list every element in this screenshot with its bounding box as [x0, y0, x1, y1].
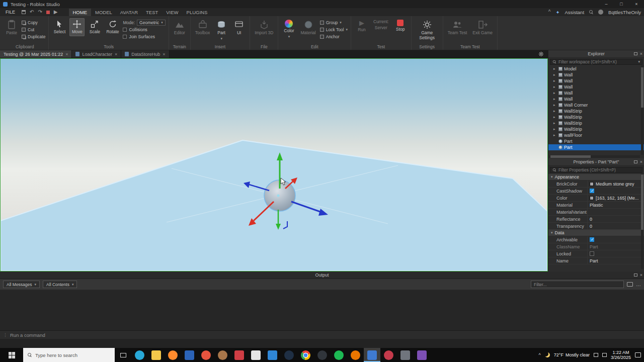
explorer-item[interactable]: ▸ Wall	[548, 90, 644, 96]
explorer-item[interactable]: ▸ Part	[548, 144, 644, 150]
tab-home[interactable]: HOME	[69, 9, 92, 16]
group-button[interactable]: Group▾	[320, 20, 348, 26]
expand-arrow-icon[interactable]: ▸	[553, 115, 557, 119]
import-3d-button[interactable]: Import 3D	[253, 18, 275, 37]
team-test-button[interactable]: Team Test	[446, 18, 469, 37]
explorer-item[interactable]: ▸ Wall	[548, 78, 644, 84]
taskbar-app[interactable]	[131, 348, 148, 362]
drag-grip-icon[interactable]: ⋮	[3, 332, 7, 337]
minimize-button[interactable]: –	[599, 0, 614, 8]
tray-chevron-up-icon[interactable]: ^	[539, 352, 541, 357]
explorer-item[interactable]: ▸ Wall Corner	[548, 102, 644, 108]
terrain-editor-button[interactable]: Editor	[172, 18, 187, 37]
taskbar-app[interactable]	[347, 348, 364, 362]
explorer-filter-input[interactable]: Filter workspace (Ctrl+Shift+X) ▾	[550, 59, 642, 65]
explorer-item[interactable]: ▸ wallFloor	[548, 132, 644, 138]
start-button[interactable]	[0, 348, 23, 362]
taskbar-app[interactable]	[397, 348, 414, 362]
material-button[interactable]: Material	[299, 18, 317, 37]
action-center-icon[interactable]	[635, 352, 641, 357]
property-row[interactable]: Material Plastic	[548, 202, 644, 209]
collisions-checkbox[interactable]	[123, 28, 127, 32]
taskbar-app[interactable]	[264, 348, 281, 362]
record-icon[interactable]	[46, 11, 50, 14]
expand-arrow-icon[interactable]: ▸	[553, 133, 557, 137]
command-input[interactable]: Run a command	[10, 332, 45, 338]
output-filter-input[interactable]: Filter...	[531, 281, 624, 288]
exit-game-button[interactable]: Exit Game	[471, 18, 494, 37]
tab-avatar[interactable]: AVATAR	[116, 9, 142, 16]
username[interactable]: BqttlesTheOnly	[608, 10, 641, 15]
expand-arrow-icon[interactable]: ▸	[553, 97, 557, 101]
play-icon[interactable]: ▶	[54, 10, 58, 15]
checkbox[interactable]	[590, 189, 594, 193]
game-settings-button[interactable]: Game Settings	[415, 18, 440, 42]
redo-icon[interactable]: ↷	[38, 10, 42, 15]
taskbar-app[interactable]	[331, 348, 347, 362]
expand-arrow-icon[interactable]: ▸	[553, 91, 557, 95]
taskbar-app[interactable]	[214, 348, 231, 362]
taskbar-app[interactable]	[248, 348, 264, 362]
collisions-toggle[interactable]: Collisions	[123, 27, 165, 33]
expand-arrow-icon[interactable]: ▸	[553, 103, 557, 107]
property-row[interactable]: Transparency 0	[548, 223, 644, 230]
tab-plugins[interactable]: PLUGINS	[183, 9, 212, 16]
taskbar-app[interactable]	[148, 348, 165, 362]
scroll-thumb[interactable]	[641, 67, 643, 108]
maximize-button[interactable]: □	[614, 0, 629, 8]
expand-arrow-icon[interactable]: ▸	[553, 73, 557, 77]
stop-button[interactable]: Stop	[393, 18, 408, 34]
explorer-item[interactable]: ▸ Model	[548, 66, 644, 72]
assistant-button[interactable]: Assistant	[565, 10, 585, 15]
taskbar-app[interactable]	[281, 348, 297, 362]
copy-button[interactable]: Copy	[22, 20, 45, 26]
expand-arrow-icon[interactable]: ▸	[553, 121, 557, 125]
duplicate-button[interactable]: Duplicate	[22, 34, 45, 40]
property-row[interactable]: BrickColor Medium stone grey	[548, 180, 644, 188]
toolbox-button[interactable]: Toolbox	[194, 18, 211, 37]
avatar[interactable]	[598, 10, 603, 15]
property-row[interactable]: Color [163, 162, 165] (Me...	[548, 195, 644, 202]
undo-icon[interactable]: ↶	[30, 10, 34, 15]
expand-arrow-icon[interactable]: ▸	[553, 67, 557, 71]
taskbar-app[interactable]	[380, 348, 397, 362]
properties-filter-input[interactable]: Filter Properties (Ctrl+Shift+P)	[550, 167, 642, 173]
output-content[interactable]	[0, 290, 644, 330]
taskbar-app[interactable]	[165, 348, 181, 362]
scale-tool-button[interactable]: Scale	[87, 18, 102, 36]
property-row[interactable]: Name Part	[548, 257, 644, 264]
close-tab-icon[interactable]: ×	[65, 52, 68, 57]
property-row[interactable]: Locked	[548, 250, 644, 257]
output-log-icon[interactable]	[627, 282, 633, 287]
weather-widget[interactable]: 72°F Mostly clear	[554, 352, 590, 357]
taskbar-app[interactable]	[314, 348, 331, 362]
scroll-thumb[interactable]	[550, 155, 591, 158]
taskbar-app[interactable]	[181, 348, 198, 362]
ui-button[interactable]: UI	[231, 18, 247, 37]
color-button[interactable]: Color ▾	[281, 18, 296, 40]
taskbar-clock[interactable]: 1:22 AM 3/26/2025	[611, 350, 631, 360]
cut-button[interactable]: Cut	[22, 27, 45, 33]
taskbar-app[interactable]	[414, 348, 430, 362]
taskbar-app[interactable]	[198, 348, 214, 362]
doc-tab-datastorehub[interactable]: DataStoreHub ×	[121, 50, 169, 58]
select-tool-button[interactable]: Select	[52, 18, 67, 36]
command-bar[interactable]: ⋮ Run a command	[0, 330, 644, 339]
checkbox[interactable]	[590, 237, 594, 242]
paste-button[interactable]: Paste	[4, 18, 19, 37]
property-row[interactable]: Reflectance 0	[548, 216, 644, 223]
explorer-item[interactable]: ▸ WallStrip	[548, 114, 644, 120]
section-data[interactable]: ▾ Data	[548, 230, 644, 236]
close-tab-icon[interactable]: ×	[163, 52, 165, 57]
explorer-item[interactable]: ▸ WallStrip	[548, 126, 644, 132]
float-panel-icon[interactable]	[634, 274, 637, 277]
doc-tab-loadcharacter[interactable]: LoadCharacter ×	[72, 50, 121, 58]
taskbar-app[interactable]	[297, 348, 314, 362]
join-surfaces-toggle[interactable]: Join Surfaces	[123, 34, 165, 40]
lock-tool-button[interactable]: Lock Tool▾	[320, 27, 348, 33]
join-surfaces-checkbox[interactable]	[123, 35, 127, 39]
explorer-item[interactable]: ▸ WallStrip	[548, 120, 644, 126]
close-panel-icon[interactable]: ×	[640, 159, 642, 164]
scroll-thumb[interactable]	[641, 174, 643, 230]
section-appearance[interactable]: ▾ Appearance	[548, 174, 644, 180]
